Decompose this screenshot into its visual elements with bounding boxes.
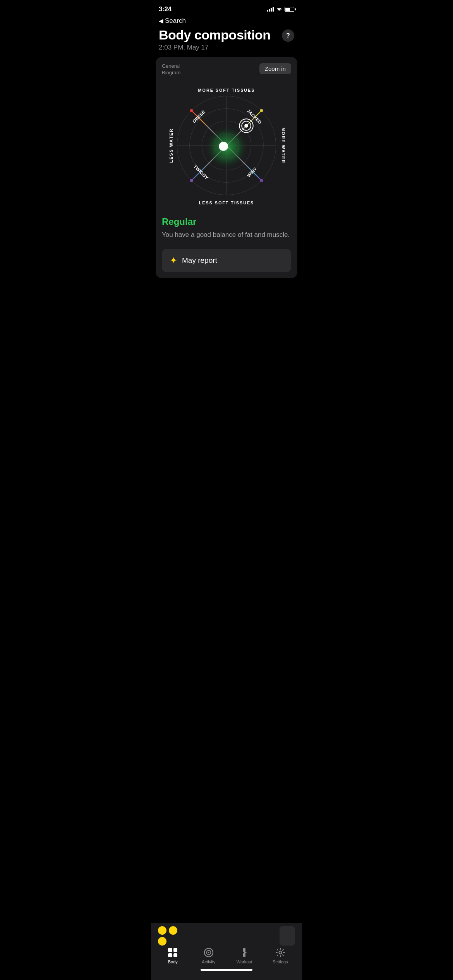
svg-point-18 [260, 179, 263, 182]
status-icons [267, 7, 294, 12]
main-card: GeneralBiogram Zoom in [156, 57, 297, 278]
result-status: Regular [162, 216, 291, 227]
sparkle-icon: ✦ [170, 255, 177, 266]
page-header: ◀ Search Body composition 2:03 PM, May 1… [151, 15, 302, 57]
battery-icon [285, 7, 294, 12]
biogram-header: GeneralBiogram Zoom in [162, 63, 291, 76]
result-section: Regular You have a good balance of fat a… [162, 210, 291, 243]
radar-chart: MORE SOFT TISSUES LESS SOFT TISSUES LESS… [162, 81, 291, 210]
biogram-label-text: GeneralBiogram [162, 63, 180, 75]
radar-svg: MORE SOFT TISSUES LESS SOFT TISSUES LESS… [162, 81, 291, 210]
wifi-icon [276, 7, 282, 12]
status-bar: 3:24 [151, 0, 302, 15]
report-label: May report [182, 256, 217, 265]
svg-text:MORE SOFT TISSUES: MORE SOFT TISSUES [198, 88, 255, 93]
svg-text:LESS SOFT TISSUES: LESS SOFT TISSUES [199, 200, 254, 205]
svg-text:TWIGGY: TWIGGY [193, 164, 209, 180]
svg-point-15 [190, 109, 193, 112]
help-icon: ? [286, 32, 290, 39]
back-arrow-icon: ◀ [159, 17, 163, 24]
svg-point-14 [219, 142, 228, 151]
back-label: Search [165, 17, 186, 25]
svg-text:MORE WATER: MORE WATER [281, 128, 286, 164]
report-button[interactable]: ✦ May report [162, 249, 291, 272]
back-button[interactable]: ◀ Search [159, 17, 294, 25]
status-time: 3:24 [159, 5, 172, 13]
result-description: You have a good balance of fat and muscl… [162, 230, 291, 240]
svg-point-16 [260, 109, 263, 112]
svg-point-13 [244, 124, 248, 128]
page-title: Body composition [159, 28, 271, 42]
signal-bars-icon [267, 7, 274, 12]
svg-point-17 [190, 179, 193, 182]
zoom-button[interactable]: Zoom in [259, 63, 291, 74]
biogram-label: GeneralBiogram [162, 63, 180, 76]
help-button[interactable]: ? [282, 29, 294, 42]
page-subtitle: 2:03 PM, May 17 [159, 44, 271, 51]
svg-text:LESS WATER: LESS WATER [169, 128, 173, 163]
